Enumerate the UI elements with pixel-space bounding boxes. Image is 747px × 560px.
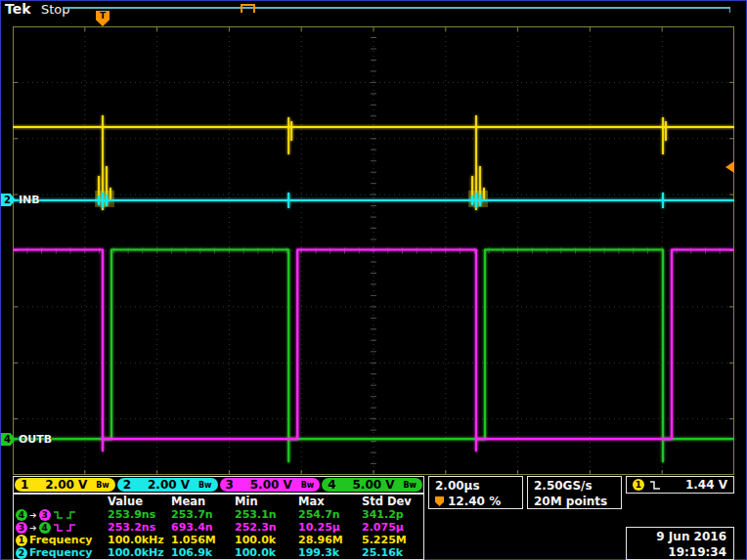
trigger-position-icon [435,496,444,506]
channel-4-badge: 4 [39,522,51,534]
bandwidth-limit-icon: Bw [198,481,212,490]
measurement-row-label: 2 Frequency [14,546,106,559]
trigger-source-badge: 1 [633,479,644,491]
measurement-row-label: 4 ➔ 3 [14,509,106,521]
measurement-stddev: 341.2p [360,508,423,521]
timebase-scale: 2.00µs [435,478,522,494]
record-length: 20M points [534,494,621,509]
channel-3-scale: 5.00 V [242,478,301,492]
measurement-name: Frequency [29,546,92,559]
measurement-min: 253.1n [233,508,296,521]
channel-4-scale: 5.00 V [344,478,404,492]
measurement-min: 100.0k [233,546,296,559]
measurement-name: Frequency [29,534,92,546]
ch2-trace-label: INB [19,194,40,206]
channel-4-readout: 4 5.00 V Bw [322,478,422,492]
channel-4-badge: 4 [16,509,27,521]
trigger-slope-icon [649,479,661,492]
channel-1-readout: 1 2.00 V Bw [15,478,115,492]
channel-2-readout: 2 2.00 V Bw [117,478,218,492]
column-header-max: Max [296,495,360,508]
channel-2-number: 2 [123,478,131,492]
measurement-max: 254.7n [296,508,360,521]
column-header-value: Value [106,495,169,508]
time-text: 19:19:34 [627,544,726,560]
channel-3-badge: 3 [16,522,27,534]
measurement-stddev: 2.075µ [360,521,423,534]
channel-3-number: 3 [226,478,234,492]
measurement-stddev: 5.225M [360,534,423,546]
measurement-table: Value Mean Min Max Std Dev 4 ➔ 3 253.9ns… [13,494,424,560]
tek-logo: Tek [5,1,31,17]
column-header-mean: Mean [169,495,233,508]
measurement-value: 100.0kHz [106,534,169,546]
datetime-readout: 9 Jun 2016 19:19:34 [626,527,734,560]
horizontal-position: 12.40 % [448,494,501,509]
channel-readouts: 1 2.00 V Bw 2 2.00 V Bw 3 5.00 V Bw 4 5.… [13,476,424,494]
channel-3-badge: 3 [39,509,51,521]
date-text: 9 Jun 2016 [627,529,726,544]
measurement-value: 253.9ns [106,508,169,521]
bandwidth-limit-icon: Bw [404,481,417,490]
trigger-readout: 1 1.44 V [626,476,734,494]
bandwidth-limit-icon: Bw [301,481,315,490]
channel-2-scale: 2.00 V [139,478,198,492]
trigger-level-value: 1.44 V [685,478,727,492]
record-view-bar [63,7,730,13]
horizontal-readout: 2.00µs 12.40 % [428,476,523,509]
graticule [13,26,734,475]
measurement-min: 100.0k [233,534,296,546]
channel-1-badge: 1 [16,535,27,546]
waveform-canvas [13,26,734,475]
channel-2-badge: 2 [16,547,27,559]
measurement-max: 199.3k [296,546,360,559]
oscilloscope-screen: Tek Stop T 2 INB 4 OUTB 1 2.00 V Bw 2 2.… [0,0,747,560]
measurement-value: 253.2ns [106,521,169,534]
measurement-stddev: 25.16k [360,546,423,559]
trigger-position-flag-icon: T [96,11,110,26]
column-header-min: Min [233,495,296,508]
bandwidth-limit-icon: Bw [96,481,110,490]
measurement-mean: 253.7n [169,508,233,521]
channel-1-scale: 2.00 V [36,478,96,492]
measurement-min: 252.3n [233,521,296,534]
measurement-max: 28.96M [296,534,360,546]
trigger-level-arrow-icon [725,161,734,173]
arrow-icon: ➔ [29,510,37,520]
acquisition-readout: 2.50GS/s 20M points [527,476,622,509]
measurement-mean: 1.056M [169,534,233,546]
ch4-trace-label: OUTB [19,433,52,446]
arrow-icon: ➔ [29,523,37,533]
falling-edge-icon [53,509,64,521]
channel-4-number: 4 [328,478,335,492]
measurement-mean: 106.9k [169,546,233,559]
channel-3-readout: 3 5.00 V Bw [220,478,321,492]
measurement-value: 100.0kHz [106,546,169,559]
column-header-stddev: Std Dev [360,495,423,508]
sample-rate: 2.50GS/s [534,478,621,494]
record-window-marker-icon [241,4,255,13]
measurement-row-label: 1 Frequency [14,534,106,546]
falling-edge-icon [53,522,64,534]
channel-1-number: 1 [21,478,28,492]
measurement-mean: 693.4n [169,521,233,534]
measurement-row-label: 3 ➔ 4 [14,522,106,534]
rising-edge-icon [66,509,76,521]
rising-edge-icon [66,522,76,534]
measurement-max: 10.25µ [296,521,360,534]
